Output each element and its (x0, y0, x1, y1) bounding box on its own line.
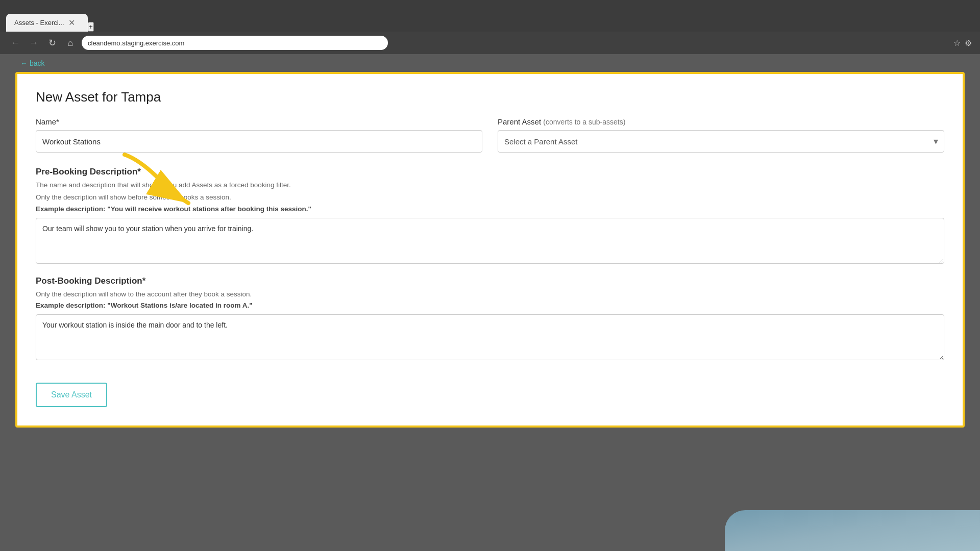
name-group: Name* (36, 117, 482, 153)
address-bar[interactable]: cleandemo.staging.exercise.com (82, 36, 388, 50)
tab-close-icon[interactable]: ✕ (68, 18, 75, 28)
form-title: New Asset for Tampa (36, 89, 944, 105)
post-booking-example: Example description: "Workout Stations i… (36, 302, 944, 309)
bottom-gradient-decoration (725, 510, 980, 551)
active-tab[interactable]: Assets - Exerci... ✕ (6, 14, 88, 32)
parent-asset-select[interactable]: Select a Parent Asset (498, 130, 944, 153)
post-booking-textarea[interactable]: Your workout station is inside the main … (36, 314, 944, 360)
pre-booking-textarea[interactable]: Our team will show you to your station w… (36, 218, 944, 264)
tab-title: Assets - Exerci... (14, 19, 64, 27)
bookmark-button[interactable]: ☆ (953, 38, 961, 48)
forward-nav-button[interactable]: → (27, 36, 41, 50)
post-booking-label: Post-Booking Description* (36, 276, 944, 286)
pre-booking-section: Pre-Booking Description* The name and de… (36, 167, 944, 266)
save-asset-button[interactable]: Save Asset (36, 383, 107, 407)
back-nav-button[interactable]: ← (8, 36, 22, 50)
parent-select-wrapper: Select a Parent Asset ▾ (498, 130, 944, 153)
name-input[interactable] (36, 130, 482, 153)
back-link-text: ← back (20, 59, 44, 67)
post-booking-hint: Only the description will show to the ac… (36, 289, 944, 299)
page-background: ← back New Asset for Tampa Name* Parent … (0, 54, 980, 551)
back-link[interactable]: ← back (20, 59, 44, 67)
parent-group: Parent Asset (converts to a sub-assets) … (498, 117, 944, 153)
pre-booking-example: Example description: "You will receive w… (36, 205, 944, 213)
form-card: New Asset for Tampa Name* Parent Asset (… (15, 72, 965, 428)
pre-booking-hint1: The name and description that will show … (36, 180, 944, 190)
pre-booking-hint2: Only the description will show before so… (36, 192, 944, 203)
name-parent-row: Name* Parent Asset (converts to a sub-as… (36, 117, 944, 153)
nav-bar: ← → ↻ ⌂ cleandemo.staging.exercise.com ☆… (0, 32, 980, 54)
browser-tabs: Assets - Exerci... ✕ + (6, 0, 94, 32)
new-tab-button[interactable]: + (88, 22, 94, 32)
post-booking-section: Post-Booking Description* Only the descr… (36, 276, 944, 362)
name-label: Name* (36, 117, 482, 126)
url-text: cleandemo.staging.exercise.com (88, 39, 184, 47)
home-nav-button[interactable]: ⌂ (63, 36, 78, 50)
refresh-nav-button[interactable]: ↻ (45, 36, 59, 50)
settings-button[interactable]: ⚙ (965, 38, 972, 48)
browser-chrome: Assets - Exerci... ✕ + (0, 0, 980, 32)
pre-booking-label: Pre-Booking Description* (36, 167, 944, 177)
parent-label: Parent Asset (converts to a sub-assets) (498, 117, 944, 126)
nav-actions: ☆ ⚙ (953, 38, 972, 48)
